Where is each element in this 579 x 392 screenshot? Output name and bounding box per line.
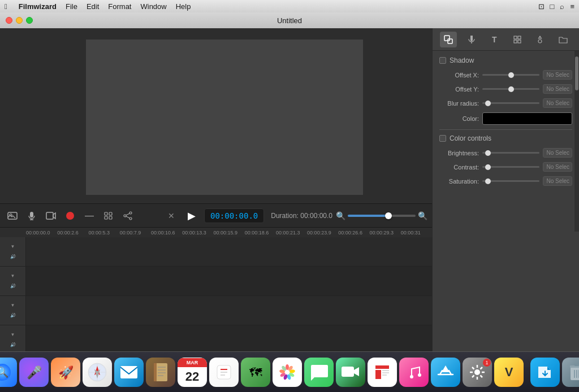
menu-window[interactable]: Window — [140, 2, 166, 11]
inspector-tabs: T — [433, 28, 579, 51]
offset-y-slider[interactable] — [482, 85, 539, 93]
dock-settings[interactable]: 1 — [463, 358, 492, 387]
saturation-slider[interactable] — [482, 177, 539, 185]
tab-grid[interactable] — [509, 32, 526, 47]
dock-reminders[interactable] — [209, 358, 239, 387]
track-audio-3[interactable]: 🔊 — [8, 311, 18, 320]
add-photo-button[interactable] — [5, 208, 20, 224]
dock-trash[interactable] — [562, 358, 579, 387]
dock-downloads[interactable] — [530, 358, 560, 387]
dock: 🔍 🎤 🚀 — [0, 351, 579, 392]
menubar-menu-icon[interactable]: ≡ — [570, 2, 574, 11]
saturation-label: Saturation: — [439, 178, 479, 185]
dock-facetime[interactable] — [336, 358, 365, 387]
tab-audio[interactable] — [463, 32, 480, 47]
cancel-button[interactable]: ✕ — [163, 208, 179, 224]
track-content-1[interactable] — [26, 237, 432, 266]
track-content-2[interactable] — [26, 267, 432, 295]
tab-shape[interactable] — [532, 32, 548, 47]
ruler-mark-10: 00:00:26.6 — [338, 230, 369, 236]
dock-news[interactable] — [368, 358, 397, 387]
svg-point-60 — [474, 369, 480, 375]
svg-rect-8 — [109, 216, 112, 219]
record-button[interactable] — [62, 208, 78, 224]
contrast-row: Contrast: No Selec — [439, 162, 572, 172]
zoom-in-icon[interactable]: 🔍 — [418, 211, 427, 220]
ruler-mark-5: 00:00:13.3 — [182, 230, 213, 236]
menu-edit[interactable]: Edit — [87, 2, 99, 11]
track-controls-4: ▼ 🔊 — [0, 325, 26, 354]
offset-y-row: Offset Y: No Selec — [439, 84, 572, 94]
menubar-search-icon[interactable]: ⌕ — [560, 2, 564, 11]
share-button[interactable] — [120, 208, 136, 224]
track-expand-3[interactable]: ▼ — [8, 301, 18, 310]
offset-y-label: Offset Y: — [439, 86, 479, 93]
add-video-button[interactable] — [43, 208, 59, 224]
grid-view-button[interactable] — [101, 208, 116, 224]
minimize-button[interactable] — [16, 17, 23, 24]
track-content-3[interactable] — [26, 296, 432, 325]
menubar-airplay-icon[interactable]: ⊡ — [538, 2, 545, 11]
add-audio-button[interactable] — [24, 208, 40, 224]
divider-1 — [439, 129, 572, 130]
blur-radius-value: No Selec — [543, 98, 572, 108]
menu-help[interactable]: Help — [176, 2, 191, 11]
menu-file[interactable]: File — [66, 2, 77, 11]
dock-maps[interactable]: 🗺 — [241, 358, 270, 387]
tab-folder[interactable] — [555, 32, 572, 47]
blur-radius-slider[interactable] — [482, 99, 539, 107]
tab-text[interactable]: T — [486, 32, 503, 47]
dock-photos[interactable] — [273, 358, 302, 387]
traffic-lights — [6, 17, 33, 24]
contrast-slider[interactable] — [482, 163, 539, 171]
menu-format[interactable]: Format — [108, 2, 131, 11]
app-name[interactable]: Filmwizard — [19, 2, 57, 11]
color-controls-checkbox[interactable] — [439, 135, 446, 142]
shadow-label: Shadow — [450, 56, 474, 64]
track-expand-2[interactable]: ▼ — [8, 272, 18, 281]
track-audio-2[interactable]: 🔊 — [8, 282, 18, 291]
svg-rect-32 — [120, 366, 137, 378]
svg-rect-17 — [514, 36, 517, 39]
color-controls-label: Color controls — [450, 134, 491, 142]
svg-rect-15 — [448, 39, 452, 43]
contrast-value: No Selec — [543, 162, 572, 172]
ruler-mark-11: 00:00:29.3 — [370, 230, 401, 236]
dock-notes[interactable] — [146, 358, 175, 387]
apple-menu[interactable]:  — [5, 2, 7, 11]
remove-button[interactable]: — — [81, 208, 97, 224]
svg-point-21 — [538, 40, 542, 43]
close-button[interactable] — [6, 17, 12, 24]
dock-siri[interactable]: 🎤 — [19, 358, 49, 387]
dock-appstore[interactable] — [431, 358, 460, 387]
tab-video[interactable] — [440, 32, 457, 47]
dock-messages[interactable] — [304, 358, 334, 387]
dock-mail[interactable] — [114, 358, 144, 387]
offset-x-slider[interactable] — [482, 71, 539, 79]
blur-radius-label: Blur radius: — [439, 100, 479, 107]
maximize-button[interactable] — [26, 17, 33, 24]
zoom-out-icon[interactable]: 🔍 — [336, 211, 345, 220]
svg-line-12 — [126, 214, 129, 215]
color-controls-section-header: Color controls — [439, 134, 572, 142]
track-audio-4[interactable]: 🔊 — [8, 341, 18, 350]
track-audio-1[interactable]: 🔊 — [8, 252, 18, 262]
ruler-mark-3: 00:00:7.9 — [120, 230, 151, 236]
track-expand-1[interactable]: ▼ — [8, 242, 18, 251]
menubar-display-icon[interactable]: □ — [550, 2, 555, 11]
svg-rect-7 — [105, 216, 107, 219]
color-swatch[interactable] — [482, 112, 572, 125]
track-expand-4[interactable]: ▼ — [8, 330, 18, 339]
brightness-slider[interactable] — [482, 149, 539, 157]
zoom-slider[interactable] — [348, 212, 416, 220]
track-content-4[interactable] — [26, 325, 432, 354]
dock-calendar[interactable]: MAR 22 — [178, 358, 207, 387]
dock-finder[interactable]: 🔍 — [0, 358, 17, 387]
dock-norton[interactable]: V — [494, 358, 524, 387]
dock-launchpad[interactable]: 🚀 — [51, 358, 80, 387]
dock-music[interactable] — [399, 358, 429, 387]
inspector-scrollbar[interactable] — [574, 51, 579, 232]
dock-safari[interactable] — [83, 358, 112, 387]
play-button[interactable]: ▶ — [183, 207, 201, 225]
shadow-checkbox[interactable] — [439, 57, 446, 64]
